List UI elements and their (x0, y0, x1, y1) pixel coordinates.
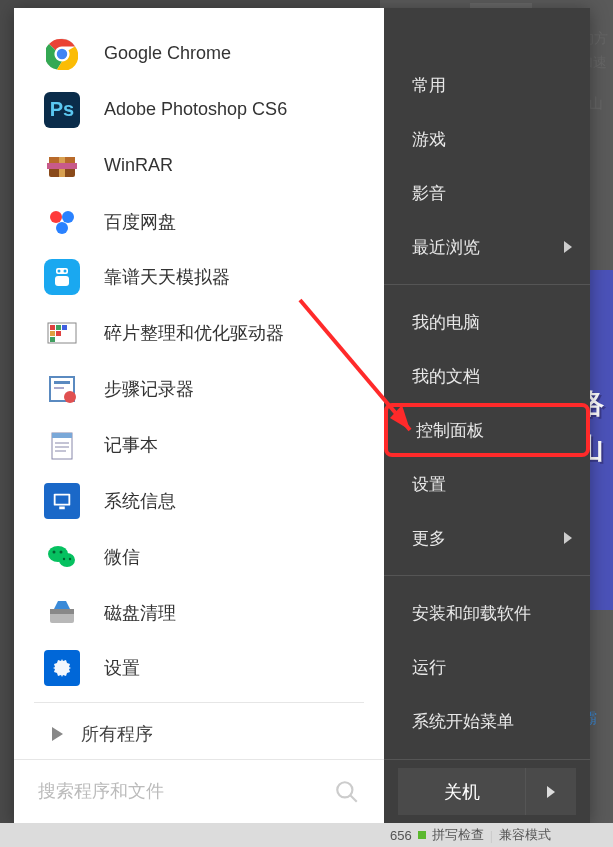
app-settings[interactable]: 设置 (14, 640, 384, 696)
chevron-right-icon (564, 241, 572, 253)
app-diskcleanup[interactable]: 磁盘清理 (14, 585, 384, 641)
shutdown-more-button[interactable] (526, 768, 576, 815)
shutdown-label: 关机 (444, 780, 480, 804)
right-item-more[interactable]: 更多 (384, 511, 590, 565)
app-notepad[interactable]: 记事本 (14, 417, 384, 473)
app-label: 记事本 (104, 433, 158, 457)
svg-rect-21 (56, 331, 61, 336)
svg-rect-25 (54, 387, 64, 389)
status-spellcheck[interactable]: 拼写检查 (432, 826, 484, 844)
steps-icon (44, 371, 80, 407)
right-label: 控制面板 (416, 419, 484, 442)
app-label: WinRAR (104, 155, 173, 176)
svg-line-44 (350, 795, 357, 802)
right-label: 更多 (412, 527, 446, 550)
svg-rect-19 (62, 325, 67, 330)
app-baidu[interactable]: 百度网盘 (14, 194, 384, 250)
right-item-media[interactable]: 影音 (384, 166, 590, 220)
start-menu-left-pane: Google Chrome Ps Adobe Photoshop CS6 Win… (14, 8, 384, 823)
right-item-control-panel[interactable]: 控制面板 (384, 403, 590, 457)
separator (384, 284, 590, 285)
right-label: 运行 (412, 656, 446, 679)
status-dot-icon (418, 831, 426, 839)
app-sysinfo[interactable]: 系统信息 (14, 473, 384, 529)
app-emulator[interactable]: 靠谱天天模拟器 (14, 249, 384, 305)
app-winrar[interactable]: WinRAR (14, 138, 384, 194)
app-label: 设置 (104, 656, 140, 680)
app-label: Adobe Photoshop CS6 (104, 99, 287, 120)
app-label: 百度网盘 (104, 210, 176, 234)
right-item-system-start[interactable]: 系统开始菜单 (384, 694, 590, 748)
search-input[interactable] (38, 781, 334, 802)
right-item-computer[interactable]: 我的电脑 (384, 295, 590, 349)
svg-rect-18 (56, 325, 61, 330)
right-label: 安装和卸载软件 (412, 602, 531, 625)
svg-rect-33 (56, 495, 69, 503)
app-label: 系统信息 (104, 489, 176, 513)
all-programs-button[interactable]: 所有程序 (14, 709, 384, 759)
emulator-icon (44, 259, 80, 295)
gear-icon (44, 650, 80, 686)
status-count: 656 (390, 828, 412, 843)
notepad-icon (44, 427, 80, 463)
right-item-settings[interactable]: 设置 (384, 457, 590, 511)
svg-rect-34 (59, 506, 65, 509)
right-label: 系统开始菜单 (412, 710, 514, 733)
app-steps[interactable]: 步骤记录器 (14, 361, 384, 417)
start-menu-right-pane: 常用 游戏 影音 最近浏览 我的电脑 我的文档 控制面板 设置 更多 安装和卸载… (384, 8, 590, 823)
right-label: 常用 (412, 74, 446, 97)
svg-rect-24 (54, 381, 70, 384)
right-label: 游戏 (412, 128, 446, 151)
wechat-icon (44, 539, 80, 575)
svg-point-38 (60, 550, 63, 553)
app-wechat[interactable]: 微信 (14, 529, 384, 585)
app-photoshop[interactable]: Ps Adobe Photoshop CS6 (14, 82, 384, 138)
app-defrag[interactable]: 碎片整理和优化驱动器 (14, 305, 384, 361)
svg-point-26 (64, 391, 76, 403)
chrome-icon (44, 36, 80, 72)
svg-point-43 (337, 782, 352, 797)
right-label: 我的文档 (412, 365, 480, 388)
chevron-right-icon (564, 532, 572, 544)
start-menu: Google Chrome Ps Adobe Photoshop CS6 Win… (14, 8, 590, 823)
photoshop-icon: Ps (44, 92, 80, 128)
svg-point-13 (58, 270, 61, 273)
divider (34, 702, 364, 703)
right-label: 影音 (412, 182, 446, 205)
search-row (14, 759, 384, 823)
sysinfo-icon (44, 483, 80, 519)
separator (384, 575, 590, 576)
search-icon (334, 779, 360, 805)
baidu-icon (44, 204, 80, 240)
status-compat[interactable]: 兼容模式 (499, 826, 551, 844)
winrar-icon (44, 148, 80, 184)
svg-point-11 (56, 222, 68, 234)
svg-rect-42 (50, 609, 74, 614)
app-label: 步骤记录器 (104, 377, 194, 401)
svg-point-14 (64, 270, 67, 273)
app-label: 磁盘清理 (104, 601, 176, 625)
svg-point-37 (53, 550, 56, 553)
triangle-right-icon (52, 727, 63, 741)
shutdown-button[interactable]: 关机 (398, 768, 526, 815)
right-item-common[interactable]: 常用 (384, 58, 590, 112)
svg-rect-22 (50, 337, 55, 342)
svg-rect-28 (52, 433, 72, 438)
svg-point-39 (63, 557, 65, 559)
diskcleanup-icon (44, 595, 80, 631)
right-item-install[interactable]: 安装和卸载软件 (384, 586, 590, 640)
right-label: 设置 (412, 473, 446, 496)
app-chrome[interactable]: Google Chrome (14, 26, 384, 82)
right-item-run[interactable]: 运行 (384, 640, 590, 694)
right-item-recent[interactable]: 最近浏览 (384, 220, 590, 274)
svg-point-40 (69, 557, 71, 559)
all-programs-label: 所有程序 (81, 722, 153, 746)
svg-point-10 (62, 211, 74, 223)
right-item-games[interactable]: 游戏 (384, 112, 590, 166)
svg-rect-20 (50, 331, 55, 336)
right-item-documents[interactable]: 我的文档 (384, 349, 590, 403)
svg-rect-15 (55, 276, 69, 286)
app-label: 碎片整理和优化驱动器 (104, 321, 284, 345)
svg-point-36 (59, 553, 75, 567)
app-label: 靠谱天天模拟器 (104, 265, 230, 289)
